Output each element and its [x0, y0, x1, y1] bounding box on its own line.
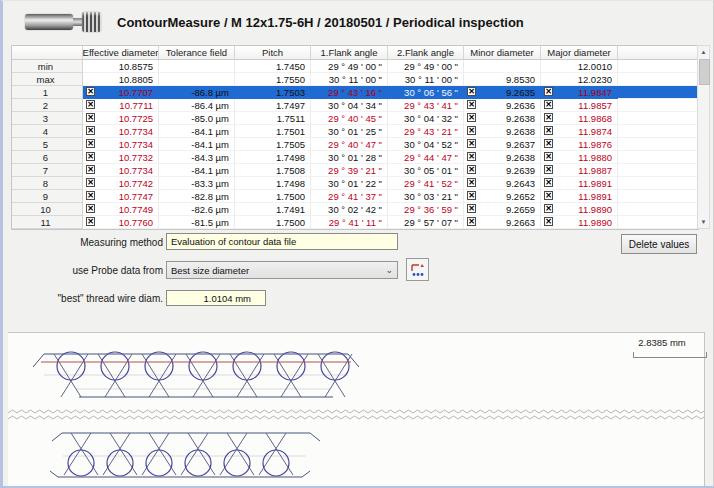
table-scrollbar[interactable]: ▲ ▼ [697, 45, 710, 229]
checkbox-icon[interactable]: ✕ [86, 191, 95, 200]
cell-tolerance[interactable]: -82.8 µm [159, 190, 235, 203]
cell-major[interactable]: ✕11.9857 [541, 99, 618, 112]
cell-flank2[interactable]: 29 ° 43 ' 41 " [388, 99, 464, 112]
cell-flank1[interactable]: 29 ° 40 ' 45 " [311, 112, 388, 125]
cell-minor[interactable]: ✕9.2638 [464, 125, 541, 138]
cell-flank1[interactable]: 29 ° 41 ' 11 " [311, 216, 388, 229]
cell-major[interactable]: 12.0230 [541, 73, 618, 86]
table-row[interactable]: 11✕10.7760-81.5 µm1.750029 ° 41 ' 11 "29… [12, 216, 698, 229]
cell-flank2[interactable]: 30 ° 04 ' 52 " [388, 138, 464, 151]
cell-minor[interactable]: ✕9.2635 [464, 86, 541, 99]
column-header[interactable]: Minor diameter [464, 46, 541, 60]
cell-tolerance[interactable] [159, 60, 235, 73]
cell-flank1[interactable]: 30 ° 01 ' 22 " [311, 177, 388, 190]
cell-effective[interactable]: ✕10.7749 [83, 203, 159, 216]
column-header[interactable]: Major diameter [541, 46, 618, 60]
row-label[interactable]: 11 [12, 216, 83, 229]
checkbox-icon[interactable]: ✕ [544, 126, 553, 135]
cell-pitch[interactable]: 1.7498 [235, 177, 311, 190]
cell-flank1[interactable]: 30 ° 11 ' 00 " [311, 73, 388, 86]
table-row[interactable]: 10✕10.7749-82.6 µm1.749130 ° 02 ' 42 "29… [12, 203, 698, 216]
row-label[interactable]: 6 [12, 151, 83, 164]
cell-effective[interactable]: ✕10.7742 [83, 177, 159, 190]
cell-pitch[interactable]: 1.7500 [235, 190, 311, 203]
cell-flank1[interactable]: 29 ° 40 ' 47 " [311, 138, 388, 151]
row-label[interactable]: 10 [12, 203, 83, 216]
corner-header[interactable] [12, 46, 83, 60]
cell-major[interactable]: ✕11.9868 [541, 112, 618, 125]
cell-effective[interactable]: ✕10.7734 [83, 164, 159, 177]
probe-data-dropdown[interactable]: Best size diameter ⌄ [166, 261, 398, 279]
row-label[interactable]: 1 [12, 86, 83, 99]
checkbox-icon[interactable]: ✕ [467, 217, 476, 226]
cell-minor[interactable]: ✕9.2637 [464, 138, 541, 151]
cell-effective[interactable]: ✕10.7734 [83, 125, 159, 138]
row-label[interactable]: 2 [12, 99, 83, 112]
cell-minor[interactable]: ✕9.2636 [464, 99, 541, 112]
table-row[interactable]: 2✕10.7711-86.4 µm1.749730 ° 04 ' 34 "29 … [12, 99, 698, 112]
cell-major[interactable]: ✕11.9847 [541, 86, 618, 99]
cell-minor[interactable]: ✕9.2659 [464, 203, 541, 216]
table-row[interactable]: 4✕10.7734-84.1 µm1.750130 ° 01 ' 25 "29 … [12, 125, 698, 138]
checkbox-icon[interactable]: ✕ [544, 87, 553, 96]
cell-minor[interactable]: ✕9.2643 [464, 177, 541, 190]
row-label[interactable]: 5 [12, 138, 83, 151]
checkbox-icon[interactable]: ✕ [86, 204, 95, 213]
checkbox-icon[interactable]: ✕ [86, 100, 95, 109]
checkbox-icon[interactable]: ✕ [467, 113, 476, 122]
checkbox-icon[interactable]: ✕ [86, 87, 95, 96]
measuring-method-input[interactable] [166, 233, 398, 250]
table-row[interactable]: max10.88051.755030 ° 11 ' 00 "30 ° 11 ' … [12, 73, 698, 86]
checkbox-icon[interactable]: ✕ [544, 100, 553, 109]
checkbox-icon[interactable]: ✕ [544, 191, 553, 200]
checkbox-icon[interactable]: ✕ [86, 165, 95, 174]
cell-major[interactable]: ✕11.9874 [541, 125, 618, 138]
delete-values-button[interactable]: Delete values [621, 234, 697, 254]
cell-effective[interactable]: 10.8575 [83, 60, 159, 73]
cell-pitch[interactable]: 1.7497 [235, 99, 311, 112]
cell-major[interactable]: ✕11.9890 [541, 203, 618, 216]
cell-flank1[interactable]: 30 ° 02 ' 42 " [311, 203, 388, 216]
checkbox-icon[interactable]: ✕ [467, 152, 476, 161]
cell-minor[interactable] [464, 60, 541, 73]
cell-flank2[interactable]: 29 ° 57 ' 07 " [388, 216, 464, 229]
cell-effective[interactable]: ✕10.7760 [83, 216, 159, 229]
checkbox-icon[interactable]: ✕ [86, 139, 95, 148]
cell-flank2[interactable]: 29 ° 49 ' 00 " [388, 60, 464, 73]
cell-major[interactable]: ✕11.9890 [541, 216, 618, 229]
scroll-down-icon[interactable]: ▼ [698, 216, 709, 228]
cell-pitch[interactable]: 1.7550 [235, 73, 311, 86]
cell-flank1[interactable]: 30 ° 04 ' 34 " [311, 99, 388, 112]
cell-tolerance[interactable] [159, 73, 235, 86]
checkbox-icon[interactable]: ✕ [467, 191, 476, 200]
checkbox-icon[interactable]: ✕ [86, 126, 95, 135]
cell-minor[interactable]: ✕9.2638 [464, 151, 541, 164]
cell-flank2[interactable]: 30 ° 04 ' 32 " [388, 112, 464, 125]
cell-flank1[interactable]: 29 ° 41 ' 37 " [311, 190, 388, 203]
cell-major[interactable]: ✕11.9880 [541, 151, 618, 164]
cell-flank1[interactable]: 30 ° 01 ' 28 " [311, 151, 388, 164]
cell-pitch[interactable]: 1.7508 [235, 164, 311, 177]
cell-tolerance[interactable]: -84.1 µm [159, 164, 235, 177]
cell-pitch[interactable]: 1.7511 [235, 112, 311, 125]
cell-tolerance[interactable]: -86.8 µm [159, 86, 235, 99]
cell-pitch[interactable]: 1.7501 [235, 125, 311, 138]
row-label[interactable]: 3 [12, 112, 83, 125]
cell-tolerance[interactable]: -86.4 µm [159, 99, 235, 112]
table-row[interactable]: 6✕10.7732-84.3 µm1.749830 ° 01 ' 28 "29 … [12, 151, 698, 164]
cell-flank1[interactable]: 29 ° 43 ' 16 " [311, 86, 388, 99]
cell-minor[interactable]: 9.8530 [464, 73, 541, 86]
cell-major[interactable]: 12.0010 [541, 60, 618, 73]
cell-effective[interactable]: ✕10.7734 [83, 138, 159, 151]
cell-pitch[interactable]: 1.7498 [235, 151, 311, 164]
checkbox-icon[interactable]: ✕ [544, 165, 553, 174]
table-row[interactable]: 3✕10.7725-85.0 µm1.751129 ° 40 ' 45 "30 … [12, 112, 698, 125]
cell-minor[interactable]: ✕9.2652 [464, 190, 541, 203]
column-header[interactable]: 1.Flank angle [311, 46, 388, 60]
cell-pitch[interactable]: 1.7503 [235, 86, 311, 99]
column-header[interactable]: Tolerance field [159, 46, 235, 60]
cell-effective[interactable]: ✕10.7711 [83, 99, 159, 112]
table-row[interactable]: 1✕10.7707-86.8 µm1.750329 ° 43 ' 16 "30 … [12, 86, 698, 99]
cell-flank2[interactable]: 29 ° 36 ' 59 " [388, 203, 464, 216]
probe-data-tool-button[interactable] [406, 258, 429, 281]
